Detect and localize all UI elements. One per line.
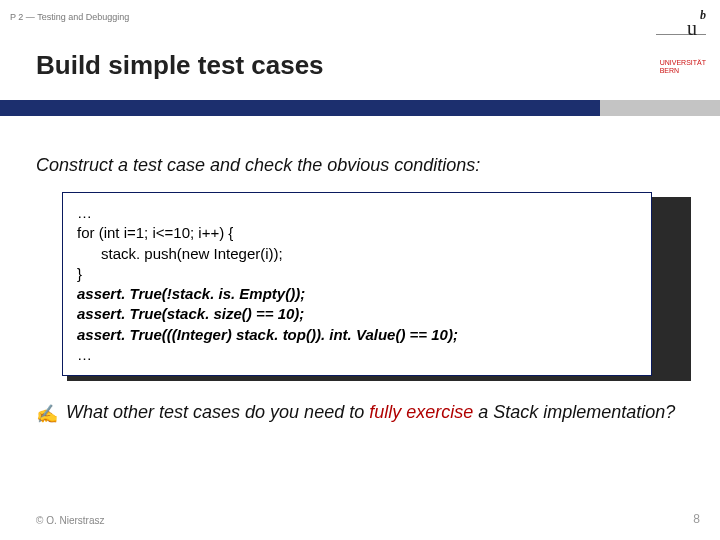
logo-b: b (700, 8, 706, 22)
code-line: … (77, 203, 637, 223)
code-line: assert. True(stack. size() == 10); (77, 304, 637, 324)
question-emphasis: fully exercise (369, 402, 473, 422)
body: Construct a test case and check the obvi… (36, 155, 686, 426)
lead-text: Construct a test case and check the obvi… (36, 155, 686, 176)
logo-text: UNIVERSITÄT BERN (654, 59, 706, 74)
logo-line2: BERN (660, 67, 706, 75)
question: ✍ What other test cases do you need to f… (36, 400, 686, 426)
logo-u: u (687, 17, 697, 39)
code-line: for (int i=1; i<=10; i++) { (77, 223, 637, 243)
logo-band (600, 100, 720, 116)
code-line: assert. True(!stack. is. Empty()); (77, 284, 637, 304)
question-after: a Stack implementation? (473, 402, 675, 422)
slide-title: Build simple test cases (36, 50, 324, 81)
header-tag: P 2 — Testing and Debugging (10, 12, 129, 22)
hand-icon: ✍ (36, 400, 56, 426)
code-line: stack. push(new Integer(i)); (77, 244, 637, 264)
page-number: 8 (693, 512, 700, 526)
question-before: What other test cases do you need to (66, 402, 369, 422)
code-line: } (77, 264, 637, 284)
footer-copyright: © O. Nierstrasz (36, 515, 105, 526)
code-block: … for (int i=1; i<=10; i++) { stack. pus… (62, 192, 686, 376)
logo-line1: UNIVERSITÄT (660, 59, 706, 67)
logo-letter: u b (654, 8, 706, 40)
slide: P 2 — Testing and Debugging Build simple… (0, 0, 720, 540)
code-line: … (77, 345, 637, 365)
code-line: assert. True(((Integer) stack. top()). i… (77, 325, 637, 345)
question-text: What other test cases do you need to ful… (66, 400, 675, 424)
